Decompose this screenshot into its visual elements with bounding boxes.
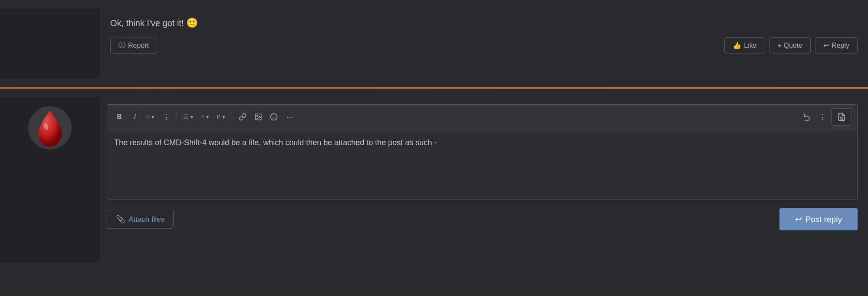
editor-body[interactable]: The results of CMD-Shift-4 would be a fi… [107,130,857,199]
align2-chevron-icon: ▼ [205,115,210,120]
right-action-group: 👍 Like + Quote ↩ Reply [724,37,858,53]
editor-content: The results of CMD-Shift-4 would be a fi… [114,138,437,147]
quote-button[interactable]: + Quote [769,37,811,53]
list-chevron-icon: ▼ [190,115,194,120]
like-label: Like [744,42,756,50]
bold-button[interactable]: B [112,110,126,124]
quote-label: + Quote [778,42,802,50]
avatar-icon [35,108,65,147]
attach-files-button[interactable]: 📎 Attach files [107,210,174,229]
image-icon [254,113,262,121]
undo-icon [803,113,811,121]
italic-button[interactable]: I [128,110,142,124]
post-emoji: 🙂 [186,17,198,28]
report-button[interactable]: ⓘ Report [110,37,157,54]
align-chevron-icon: ▼ [151,115,155,120]
emoji-icon [270,113,278,121]
link-button[interactable] [236,110,250,124]
post-text-content: Ok, think I've got it! [110,18,184,28]
paperclip-icon: 📎 [116,215,125,224]
reply-button[interactable]: ↩ Reply [815,37,858,53]
reply-editor-area: B I ≡ ▼ ⋮ ☰ ▼ ≡ ▼ P ▼ [100,97,868,263]
toolbar-separator-1 [177,113,177,121]
post-reply-label: Post reply [806,215,842,224]
more-text-button[interactable]: ⋮ [159,110,173,124]
align-icon: ≡ [146,113,150,120]
paragraph-icon: P [217,113,220,120]
post-actions-bar: ⓘ Report 👍 Like + Quote ↩ Reply [110,37,858,54]
svg-point-2 [257,115,258,116]
post-text: Ok, think I've got it! 🙂 [110,16,858,30]
list-icon: ☰ [183,113,189,120]
report-icon: ⓘ [118,41,125,50]
toolbar-more-button[interactable]: ⋮ [815,110,829,124]
toolbar-right-group: ⋮ [800,108,852,126]
more-options-button[interactable]: ⋯ [283,110,296,124]
editor-toolbar: B I ≡ ▼ ⋮ ☰ ▼ ≡ ▼ P ▼ [107,105,857,130]
undo-button[interactable] [800,110,814,124]
reply-icon: ↩ [823,41,829,50]
svg-point-3 [271,114,277,120]
post-section: Ok, think I've got it! 🙂 ⓘ Report 👍 Like… [0,0,868,87]
link-icon [239,113,247,121]
like-icon: 👍 [733,41,741,50]
post-reply-icon: ↩ [795,214,802,224]
list-dropdown-button[interactable]: ☰ ▼ [181,112,197,122]
emoji-button[interactable] [267,110,281,124]
like-button[interactable]: 👍 Like [724,37,765,53]
align2-dropdown-button[interactable]: ≡ ▼ [198,112,212,122]
svg-line-7 [842,119,843,120]
svg-point-6 [840,117,842,119]
toolbar-separator-2 [232,113,232,121]
reply-avatar-area [0,97,100,263]
avatar [28,106,72,150]
reply-section: B I ≡ ▼ ⋮ ☰ ▼ ≡ ▼ P ▼ [0,89,868,271]
attach-files-label: Attach files [128,215,164,224]
preview-icon [837,113,846,121]
paragraph-dropdown-button[interactable]: P ▼ [214,112,228,122]
post-reply-button[interactable]: ↩ Post reply [779,208,858,230]
align-dropdown-button[interactable]: ≡ ▼ [144,112,158,122]
editor-container: B I ≡ ▼ ⋮ ☰ ▼ ≡ ▼ P ▼ [107,104,858,200]
align2-icon: ≡ [201,113,204,120]
reply-label: Reply [832,42,849,50]
post-avatar-area [0,9,100,78]
image-button[interactable] [251,110,265,124]
report-label: Report [128,42,149,50]
preview-button[interactable] [831,108,852,126]
post-content: Ok, think I've got it! 🙂 ⓘ Report 👍 Like… [100,9,868,78]
editor-footer: 📎 Attach files ↩ Post reply [107,206,858,232]
paragraph-chevron-icon: ▼ [221,115,226,120]
